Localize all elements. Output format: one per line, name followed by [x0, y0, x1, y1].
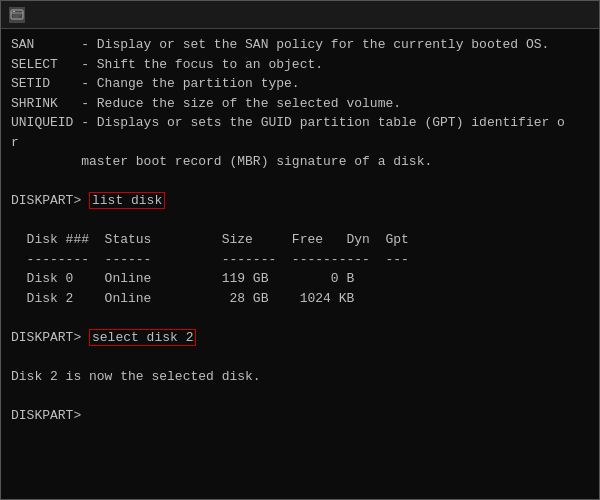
- output-line: master boot record (MBR) signature of a …: [11, 152, 589, 172]
- table-row: Disk 0 Online 119 GB 0 B: [11, 269, 589, 289]
- svg-rect-0: [11, 10, 23, 19]
- title-bar: [1, 1, 599, 29]
- output-line: SAN - Display or set the SAN policy for …: [11, 35, 589, 55]
- svg-rect-2: [13, 11, 15, 12]
- output-line: SHRINK - Reduce the size of the selected…: [11, 94, 589, 114]
- terminal-output: SAN - Display or set the SAN policy for …: [1, 29, 599, 499]
- table-header: Disk ### Status Size Free Dyn Gpt: [11, 230, 589, 250]
- minimize-button[interactable]: [491, 5, 523, 25]
- blank-line: [11, 308, 589, 328]
- output-line: Disk 2 is now the selected disk.: [11, 367, 589, 387]
- output-line: SETID - Change the partition type.: [11, 74, 589, 94]
- blank-line: [11, 347, 589, 367]
- table-separator: -------- ------ ------- ---------- ---: [11, 250, 589, 270]
- prompt-line: DISKPART>: [11, 406, 589, 426]
- command-line: DISKPART> list disk: [11, 191, 589, 211]
- app-icon: [9, 7, 25, 23]
- output-line: r: [11, 133, 589, 153]
- command-text: list disk: [89, 192, 165, 209]
- table-row: Disk 2 Online 28 GB 1024 KB: [11, 289, 589, 309]
- command-line: DISKPART> select disk 2: [11, 328, 589, 348]
- window-controls: [491, 5, 591, 25]
- window: SAN - Display or set the SAN policy for …: [0, 0, 600, 500]
- output-line: UNIQUEID - Displays or sets the GUID par…: [11, 113, 589, 133]
- blank-line: [11, 172, 589, 192]
- maximize-button[interactable]: [525, 5, 557, 25]
- command-text: select disk 2: [89, 329, 196, 346]
- prompt: DISKPART>: [11, 330, 89, 345]
- close-button[interactable]: [559, 5, 591, 25]
- blank-line: [11, 386, 589, 406]
- blank-line: [11, 211, 589, 231]
- output-line: SELECT - Shift the focus to an object.: [11, 55, 589, 75]
- prompt: DISKPART>: [11, 408, 89, 423]
- prompt: DISKPART>: [11, 193, 89, 208]
